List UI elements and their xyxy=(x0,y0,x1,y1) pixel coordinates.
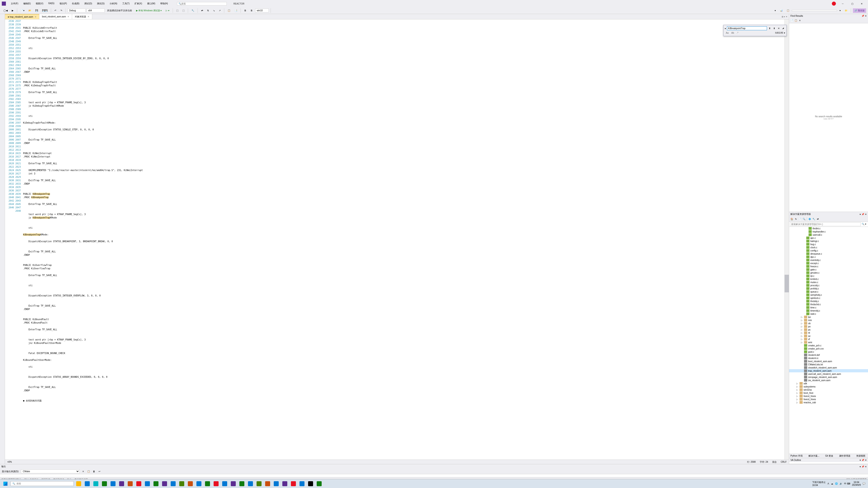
output-body[interactable] xyxy=(0,474,868,477)
tree-expand-icon[interactable]: ▷ xyxy=(800,319,803,322)
pin-icon[interactable]: 📌 xyxy=(862,15,864,17)
open-button[interactable]: 📂 xyxy=(27,8,33,12)
tree-expand-icon[interactable]: ▷ xyxy=(800,328,803,331)
tree-file[interactable]: gmutex.c xyxy=(789,271,868,274)
tb-icon-r2[interactable]: 📊 xyxy=(778,8,784,12)
tree-expand-icon[interactable]: ▷ xyxy=(800,338,803,340)
menu-item[interactable]: Git(G) xyxy=(46,1,57,6)
find-prev-icon[interactable]: ⬆ xyxy=(768,27,772,30)
tree-file[interactable]: usercall_asm_ntoskrnl_asm.asm xyxy=(789,372,868,376)
tray-notif-icon[interactable]: 💬 xyxy=(863,482,865,485)
minimize-button[interactable]: ─ xyxy=(838,1,847,6)
tree-file[interactable]: ntoskrnl.rc xyxy=(789,357,868,360)
tray-ime[interactable]: 中 ⌨ xyxy=(844,482,850,485)
taskbar-app-icon[interactable] xyxy=(246,480,254,487)
tb-icon-7[interactable]: ↗ xyxy=(217,8,222,12)
tree-file[interactable]: thrdobj.c xyxy=(789,300,868,303)
tree-folder[interactable]: ▷boot_hive xyxy=(789,391,868,394)
tree-file[interactable]: dpc.c xyxy=(789,255,868,258)
tb-icon-11[interactable]: 🗎 xyxy=(249,8,254,12)
menu-item[interactable]: 窗口(W) xyxy=(145,1,158,6)
proc-combo[interactable]: win10 xyxy=(255,8,269,12)
tb-icon-4[interactable]: ⇄ xyxy=(199,8,205,12)
tb-icon-5[interactable]: ⇅ xyxy=(206,8,211,12)
tree-file[interactable]: devqueue.c xyxy=(789,252,868,255)
output-header[interactable]: 输出 ▾ 📌 ✕ xyxy=(0,464,868,469)
solution-header[interactable]: 解决方案资源管理器 ▾ 📌 ✕ xyxy=(789,212,868,217)
tree-file[interactable]: wait.c xyxy=(789,312,868,315)
find-results-header[interactable]: Find Results 📌 ✕ xyxy=(789,14,868,18)
find-opt[interactable]: Aa xyxy=(725,31,730,35)
tree-file[interactable]: time.c xyxy=(789,306,868,309)
va-outline-header[interactable]: VA Outline ▾ 📌 ✕ xyxy=(789,458,868,462)
tree-folder[interactable]: ▷rtl xyxy=(789,331,868,334)
tree-expand-icon[interactable]: ▷ xyxy=(800,341,803,344)
tb-icon-r4[interactable]: ▾ xyxy=(838,8,842,12)
fr-ico-3[interactable]: ≡ xyxy=(798,19,802,22)
close-icon[interactable]: ✕ xyxy=(865,15,867,17)
find-opt[interactable]: Ab xyxy=(730,31,735,35)
fr-ico-2[interactable]: 📋 xyxy=(794,19,798,22)
tree-expand-icon[interactable]: ▷ xyxy=(796,382,799,385)
tree-file[interactable]: CMakeLists.txt xyxy=(789,363,868,366)
tree-file[interactable]: timerobj.c xyxy=(789,309,868,312)
tb-icon-r1[interactable]: ▾ xyxy=(773,8,777,12)
out-ico-1[interactable]: ≡ xyxy=(81,470,85,473)
menu-item[interactable]: 项目(P) xyxy=(57,1,69,6)
titlebar-search[interactable]: 🔍 xyxy=(177,2,227,5)
va-combo[interactable] xyxy=(792,10,837,11)
tree-file[interactable]: krnlinit.c xyxy=(789,278,868,281)
sol-bottom-tab[interactable]: Git 更改 xyxy=(825,454,833,457)
tb-icon-1[interactable]: ⬚ xyxy=(175,8,180,12)
platform-combo[interactable]: x64 xyxy=(87,8,105,12)
taskbar-app-icon[interactable] xyxy=(143,480,151,487)
tree-file[interactable]: mutex.c xyxy=(789,281,868,284)
tree-folder[interactable]: ▷lpc xyxy=(789,315,868,319)
taskbar-app-icon[interactable] xyxy=(229,480,237,487)
system-tray[interactable]: 下雨可能停止 16:04 ᐱ ☁ 🌐 🔊 中 ⌨ 16:04 2024/6/9 … xyxy=(812,481,867,486)
tree-file[interactable]: procobj.c xyxy=(789,284,868,287)
tree-file[interactable]: except.c xyxy=(789,262,868,265)
left-tool-margin[interactable] xyxy=(0,14,5,464)
tree-folder[interactable]: ▷vf xyxy=(789,337,868,341)
tree-expand-icon[interactable]: ▷ xyxy=(796,389,799,391)
sol-ico-7[interactable]: ⇄ xyxy=(816,217,819,221)
tb-icon-6[interactable]: ↘ xyxy=(211,8,216,12)
tree-expand-icon[interactable]: ▷ xyxy=(796,385,799,388)
editor-content[interactable]: 2536 2537 2538 2539 2540 2541 2542 2543 … xyxy=(5,20,789,459)
menu-item[interactable]: 帮助(H) xyxy=(158,1,170,6)
tree-folder[interactable]: ▷po xyxy=(789,325,868,328)
tree-folder[interactable]: ▷wmi xyxy=(789,341,868,344)
save-all-button[interactable]: 💾💾 xyxy=(40,8,49,12)
search-icon[interactable]: 🔍 ▾ xyxy=(861,222,867,226)
tree-file[interactable]: zw_ntoskrnl_asm.asm xyxy=(789,379,868,382)
taskbar-app-icon[interactable] xyxy=(135,480,143,487)
taskbar-app-icon[interactable] xyxy=(92,480,100,487)
taskbar-app-icon[interactable] xyxy=(126,480,134,487)
taskbar-app-icon[interactable] xyxy=(83,480,91,487)
tree-folder[interactable]: ▷subsystems xyxy=(789,385,868,388)
tree-file[interactable]: cmake_pch.c xyxy=(789,344,868,347)
taskbar-app-icon[interactable] xyxy=(315,480,323,487)
tree-expand-icon[interactable]: ▷ xyxy=(796,392,799,394)
tree-file[interactable]: ipi.c xyxy=(789,274,868,278)
tb-icon-r3[interactable]: 📋 xyxy=(785,8,791,12)
menu-item[interactable]: 分析(N) xyxy=(107,1,120,6)
find-next-icon[interactable]: ⬇ xyxy=(772,27,776,30)
find-input[interactable] xyxy=(727,26,767,30)
tree-file[interactable]: gate.c xyxy=(789,268,868,271)
out-ico-2[interactable]: 📋 xyxy=(87,470,90,473)
tree-file[interactable]: clock.c xyxy=(789,246,868,249)
tree-file[interactable]: zeropage_ntoskrnl_asm.asm xyxy=(789,376,868,379)
taskbar-app-icon[interactable] xyxy=(178,480,186,487)
fr-ico-1[interactable]: 📄 xyxy=(790,19,794,22)
tb-icon-9[interactable]: 📑 xyxy=(233,8,239,12)
tree-file[interactable]: ctxswitch_ntoskrnl_asm.asm xyxy=(789,366,868,369)
tree-file[interactable]: freeze.c xyxy=(789,265,868,268)
taskbar-app-icon[interactable] xyxy=(238,480,246,487)
tb-icon-r5[interactable]: 📁 xyxy=(843,8,849,12)
tree-expand-icon[interactable]: ▷ xyxy=(796,401,799,404)
tree-file[interactable]: bug.c xyxy=(789,242,868,246)
sol-ico-5[interactable]: 💠 xyxy=(808,217,811,221)
tree-folder[interactable]: ▷sdk xyxy=(789,382,868,385)
